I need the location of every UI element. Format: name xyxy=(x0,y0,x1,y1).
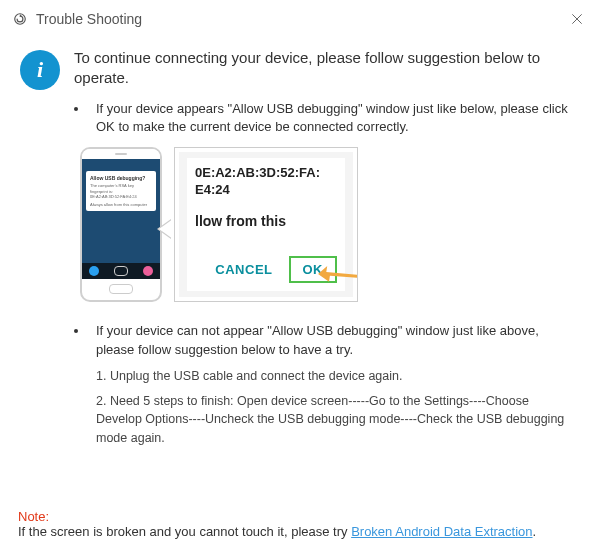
phone-navbar xyxy=(82,263,160,279)
note-section: Note: If the screen is broken and you ca… xyxy=(18,509,582,539)
lead-row: i To continue connecting your device, pl… xyxy=(20,48,576,90)
broken-android-link[interactable]: Broken Android Data Extraction xyxy=(351,524,532,539)
dialog-zoom-crop: 0E:A2:AB:3D:52:FA: E4:24 llow from this … xyxy=(174,147,358,302)
bullet-2-text: If your device can not appear "Allow USB… xyxy=(96,322,576,358)
info-glyph: i xyxy=(37,59,43,81)
instruction-list: If your device appears "Allow USB debugg… xyxy=(74,100,576,136)
window-title: Trouble Shooting xyxy=(36,11,142,27)
instruction-list-2: If your device can not appear "Allow USB… xyxy=(74,322,576,358)
phone-dialog-line2: 0E:A2:AB:3D:52:FA:E4:24 xyxy=(90,194,152,199)
note-label: Note: xyxy=(18,509,49,524)
illustration-group: Allow USB debugging? The computer's RSA … xyxy=(80,144,576,304)
step-2: 2. Need 5 steps to finish: Open device s… xyxy=(96,392,576,448)
note-tail: . xyxy=(533,524,537,539)
phone-earpiece xyxy=(82,149,160,159)
phone-home-button xyxy=(82,279,160,299)
step-1: 1. Unplug the USB cable and connect the … xyxy=(96,367,576,386)
cancel-button[interactable]: CANCEL xyxy=(215,262,272,277)
phone-app-icon xyxy=(89,266,99,276)
bullet-1-text: If your device appears "Allow USB debugg… xyxy=(96,100,576,136)
phone-screen: Allow USB debugging? The computer's RSA … xyxy=(82,159,160,279)
fingerprint-line2: E4:24 xyxy=(195,181,337,199)
allow-text: llow from this xyxy=(195,213,337,229)
window-titlebar: Trouble Shooting xyxy=(0,0,600,38)
phone-dialog-line1: The computer's RSA key fingerprint is: xyxy=(90,183,152,193)
note-text: If the screen is broken and you cannot t… xyxy=(18,524,351,539)
phone-app-icon xyxy=(143,266,153,276)
info-icon: i xyxy=(20,50,60,90)
bullet-item-1: If your device appears "Allow USB debugg… xyxy=(74,100,576,136)
fingerprint-line1: 0E:A2:AB:3D:52:FA: xyxy=(195,164,337,182)
troubleshoot-steps: 1. Unplug the USB cable and connect the … xyxy=(96,367,576,448)
close-button[interactable] xyxy=(566,8,588,30)
bullet-dot-icon xyxy=(74,329,78,333)
bullet-item-2: If your device can not appear "Allow USB… xyxy=(74,322,576,358)
phone-mockup: Allow USB debugging? The computer's RSA … xyxy=(80,147,162,302)
app-icon xyxy=(12,11,28,27)
dialog-content: i To continue connecting your device, pl… xyxy=(0,38,600,448)
bullet-dot-icon xyxy=(74,107,78,111)
callout-pointer-icon xyxy=(159,219,173,239)
close-icon xyxy=(569,11,585,27)
phone-app-icon xyxy=(114,266,128,276)
phone-dialog: Allow USB debugging? The computer's RSA … xyxy=(86,171,156,211)
phone-dialog-check: Always allow from this computer xyxy=(90,202,152,207)
phone-dialog-title: Allow USB debugging? xyxy=(90,175,152,182)
lead-text: To continue connecting your device, plea… xyxy=(74,48,576,89)
